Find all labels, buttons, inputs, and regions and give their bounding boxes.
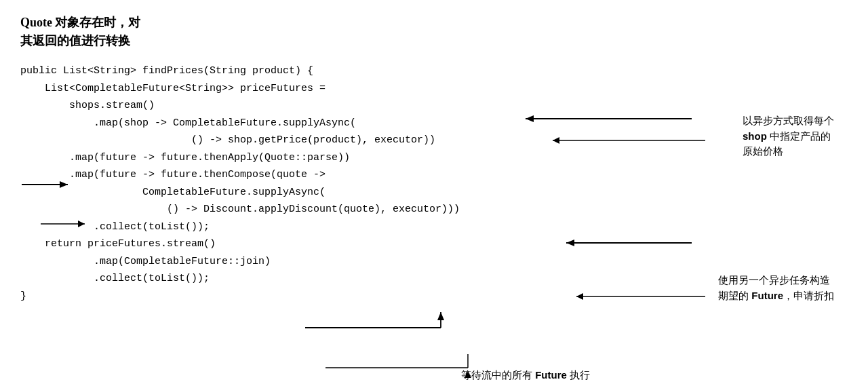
code-line-5: () -> shop.getPrice(product), executor)) [20, 132, 848, 149]
svg-marker-17 [437, 312, 444, 320]
code-line-3: shops.stream() [20, 97, 848, 115]
main-container: Quote 对象存在时，对 其返回的值进行转换 public List<Stri… [0, 0, 868, 384]
code-area: public List<String> findPrices(String pr… [20, 62, 848, 305]
header-line1: Quote 对象存在时，对 [20, 14, 848, 32]
code-line-6: .map(future -> future.thenApply(Quote::p… [20, 149, 848, 167]
header-line2: 其返回的值进行转换 [20, 32, 848, 50]
code-line-12: .map(CompletableFuture::join) [20, 253, 848, 271]
code-line-7: .map(future -> future.thenCompose(quote … [20, 166, 848, 184]
code-line-9: () -> Discount.applyDiscount(quote), exe… [20, 201, 848, 218]
code-block: public List<String> findPrices(String pr… [20, 62, 848, 305]
code-line-8: CompletableFuture.supplyAsync( [20, 184, 848, 201]
annotation-bottom-left: 等待流中的所有 Future 执行 完毕，并提取各自的返回值 [461, 368, 590, 384]
code-line-11: return priceFutures.stream() [20, 235, 848, 253]
header-comment: Quote 对象存在时，对 其返回的值进行转换 [20, 14, 848, 50]
code-line-13: .collect(toList()); [20, 270, 848, 288]
code-line-10: .collect(toList()); [20, 218, 848, 236]
code-line-14: } [20, 288, 848, 305]
code-line-4: .map(shop -> CompletableFuture.supplyAsy… [20, 115, 848, 132]
code-line-2: List<CompletableFuture<String>> priceFut… [20, 80, 848, 98]
code-line-1: public List<String> findPrices(String pr… [20, 62, 848, 80]
